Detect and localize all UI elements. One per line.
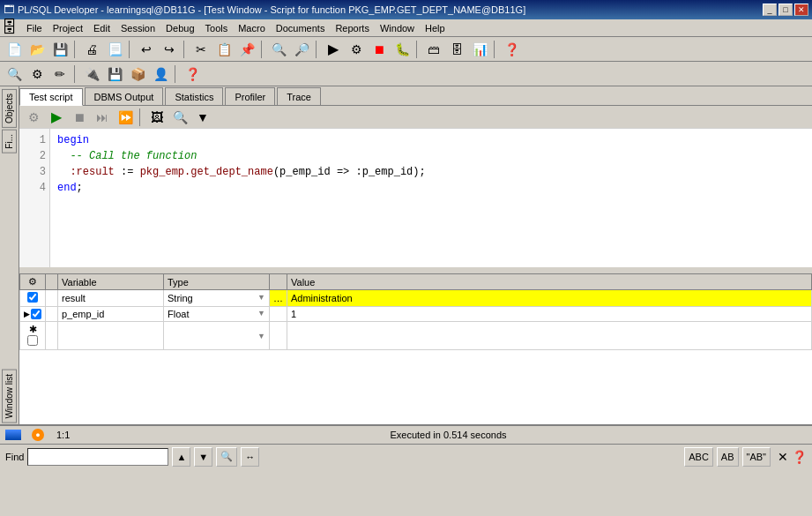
save-btn[interactable]: 💾 (49, 40, 71, 59)
redo-btn[interactable]: ↪ (159, 40, 180, 59)
print-btn[interactable]: 🖨 (81, 40, 102, 59)
schema-btn[interactable]: 📦 (127, 64, 148, 84)
compile2-btn[interactable]: ⚙ (346, 40, 367, 59)
code-line-3: :result := pkg_emp.get_dept_name(p_emp_i… (57, 164, 805, 180)
var-checkbox-p_emp_id[interactable] (31, 309, 41, 319)
find-btn[interactable]: 🔍 (268, 40, 289, 59)
tab-dbms-output[interactable]: DBMS Output (85, 87, 164, 105)
sidebar-windowlist[interactable]: Window list (2, 370, 17, 423)
restore-button[interactable]: □ (778, 4, 793, 16)
menu-project[interactable]: Project (48, 21, 88, 35)
find-bar: Find ▲ ▼ 🔍 ↔ ABC AB "AB" ✕ ❓ (0, 444, 812, 468)
menu-window[interactable]: Window (375, 21, 420, 35)
compile-btn[interactable]: ▶ (323, 40, 344, 59)
minimize-button[interactable]: _ (763, 4, 777, 16)
search-script-btn[interactable]: 🔍 (169, 108, 190, 127)
menu-reports[interactable]: Reports (330, 21, 375, 35)
cut-btn[interactable]: ✂ (190, 40, 212, 59)
sep3 (183, 41, 187, 58)
var-name-result: result (58, 290, 164, 307)
menu-macro[interactable]: Macro (233, 21, 271, 35)
col-variable: Variable (58, 274, 164, 290)
run-script-btn[interactable]: ⚙ (23, 108, 44, 127)
tab-statistics[interactable]: Statistics (165, 87, 223, 105)
find-ab-btn[interactable]: AB (717, 447, 739, 467)
menu-documents[interactable]: Documents (271, 21, 331, 35)
connect-btn[interactable]: 🔌 (81, 64, 102, 84)
type-dropdown-new[interactable]: ▼ (257, 332, 265, 340)
sidebar-objects[interactable]: Objects (2, 89, 17, 128)
tab-trace[interactable]: Trace (277, 87, 321, 105)
code-line-2: -- Call the function (57, 148, 805, 164)
menu-file[interactable]: File (21, 21, 48, 35)
zoom-btn[interactable]: 🔍 (4, 64, 25, 84)
undo-btn[interactable]: ↩ (136, 40, 157, 59)
status-icon-2: ● (32, 429, 44, 441)
findreplace-btn[interactable]: 🔎 (291, 40, 312, 59)
db4-btn[interactable]: 💾 (104, 64, 125, 84)
var-checkbox-result[interactable] (27, 292, 38, 303)
find-regex-btn[interactable]: "AB" (742, 447, 771, 467)
line-num-1: 1 (21, 132, 46, 148)
help3-btn[interactable]: ❓ (182, 64, 203, 84)
print2-btn[interactable]: 📃 (104, 40, 125, 59)
img-btn[interactable]: 🖼 (146, 108, 168, 127)
var-type-p_emp_id: Float ▼ (164, 307, 270, 322)
db2-btn[interactable]: 🗄 (446, 40, 467, 59)
var-ellipsis-result[interactable]: … (270, 290, 287, 307)
db3-btn[interactable]: 📊 (469, 40, 490, 59)
toolbar-row-1: 📄 📂 💾 🖨 📃 ↩ ↪ ✂ 📋 📌 🔍 🔎 ▶ ⚙ ⏹ 🐛 🗃 🗄 📊 ❓ (0, 37, 812, 62)
window-title: PL/SQL Developer - learningsql@DB11G - [… (18, 4, 525, 15)
type-dropdown-p_emp_id[interactable]: ▼ (257, 309, 265, 318)
copy-btn[interactable]: 📋 (213, 40, 235, 59)
expand-arrow-p_emp_id[interactable]: ▶ (24, 310, 30, 318)
var-checkbox-new[interactable] (27, 335, 38, 346)
find-help-icon: ❓ (792, 450, 807, 464)
tab-profiler[interactable]: Profiler (225, 87, 275, 105)
execute-btn[interactable]: ▶ (46, 108, 67, 127)
debug-btn[interactable]: 🐛 (391, 40, 413, 59)
db-btn[interactable]: 🗃 (423, 40, 444, 59)
menu-tools[interactable]: Tools (200, 21, 234, 35)
sep6 (416, 41, 420, 58)
find-abc-btn[interactable]: ABC (684, 447, 713, 467)
settings-btn[interactable]: ⚙ (26, 64, 48, 84)
col-dropdown (270, 274, 287, 290)
line-numbers: 1 2 3 4 (19, 129, 50, 267)
step2-btn[interactable]: ⏩ (115, 108, 136, 127)
stop-script-btn[interactable]: ⏹ (69, 108, 90, 127)
tab-test-script[interactable]: Test script (19, 88, 83, 106)
menu-help[interactable]: Help (420, 21, 451, 35)
sep1 (74, 41, 78, 58)
find-next-icon[interactable]: ▼ (194, 447, 212, 467)
find-search-btn[interactable]: 🔍 (216, 447, 237, 467)
menu-debug[interactable]: Debug (160, 21, 199, 35)
stop-btn[interactable]: ⏹ (369, 40, 390, 59)
pencil-btn[interactable]: ✏ (49, 64, 71, 84)
add-var-star[interactable]: ✱ (29, 324, 37, 334)
status-bar: ● 1:1 Executed in 0.514 seconds (0, 424, 812, 444)
find-input[interactable] (27, 448, 168, 466)
col-icon: ⚙ (20, 274, 46, 290)
find-prev-icon[interactable]: ▲ (172, 447, 190, 467)
help2-btn[interactable]: ❓ (501, 40, 522, 59)
user-btn[interactable]: 👤 (150, 64, 171, 84)
paste-btn[interactable]: 📌 (236, 40, 257, 59)
dropdown-script-btn[interactable]: ▼ (192, 108, 213, 127)
code-editor[interactable]: begin -- Call the function :result := pk… (50, 129, 812, 267)
menu-session[interactable]: Session (115, 21, 160, 35)
sidebar-files[interactable]: Fi... (2, 130, 17, 153)
find-replace-btn[interactable]: ↔ (241, 447, 259, 467)
var-row-empty: ✱ ▼ (20, 322, 812, 350)
menu-edit[interactable]: Edit (88, 21, 115, 35)
tab-bar: Test script DBMS Output Statistics Profi… (19, 86, 812, 106)
new-btn[interactable]: 📄 (4, 40, 25, 59)
open-btn[interactable]: 📂 (26, 40, 48, 59)
sep2 (129, 41, 132, 58)
var-value-result: Administration (287, 290, 812, 307)
type-dropdown-result[interactable]: ▼ (257, 293, 265, 302)
step-btn[interactable]: ⏭ (92, 108, 113, 127)
var-name-p_emp_id: p_emp_id (58, 307, 164, 322)
close-button[interactable]: ✕ (794, 4, 808, 16)
var-value-new (287, 322, 812, 350)
